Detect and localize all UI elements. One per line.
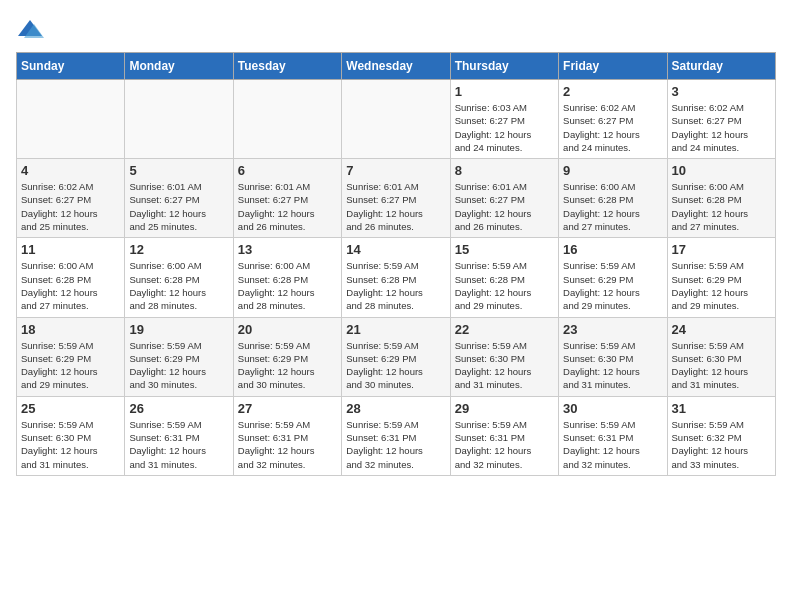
day-cell: 28Sunrise: 5:59 AM Sunset: 6:31 PM Dayli… — [342, 396, 450, 475]
day-info: Sunrise: 5:59 AM Sunset: 6:32 PM Dayligh… — [672, 418, 771, 471]
day-cell — [233, 80, 341, 159]
day-number: 10 — [672, 163, 771, 178]
day-cell — [125, 80, 233, 159]
day-cell: 26Sunrise: 5:59 AM Sunset: 6:31 PM Dayli… — [125, 396, 233, 475]
day-number: 31 — [672, 401, 771, 416]
day-info: Sunrise: 5:59 AM Sunset: 6:31 PM Dayligh… — [455, 418, 554, 471]
day-number: 18 — [21, 322, 120, 337]
day-info: Sunrise: 5:59 AM Sunset: 6:30 PM Dayligh… — [563, 339, 662, 392]
day-cell: 29Sunrise: 5:59 AM Sunset: 6:31 PM Dayli… — [450, 396, 558, 475]
week-row-5: 25Sunrise: 5:59 AM Sunset: 6:30 PM Dayli… — [17, 396, 776, 475]
day-number: 22 — [455, 322, 554, 337]
logo-icon — [16, 16, 44, 44]
day-cell: 1Sunrise: 6:03 AM Sunset: 6:27 PM Daylig… — [450, 80, 558, 159]
day-info: Sunrise: 6:00 AM Sunset: 6:28 PM Dayligh… — [238, 259, 337, 312]
day-info: Sunrise: 6:03 AM Sunset: 6:27 PM Dayligh… — [455, 101, 554, 154]
day-info: Sunrise: 5:59 AM Sunset: 6:29 PM Dayligh… — [129, 339, 228, 392]
day-info: Sunrise: 6:02 AM Sunset: 6:27 PM Dayligh… — [563, 101, 662, 154]
day-cell: 4Sunrise: 6:02 AM Sunset: 6:27 PM Daylig… — [17, 159, 125, 238]
day-cell: 20Sunrise: 5:59 AM Sunset: 6:29 PM Dayli… — [233, 317, 341, 396]
day-number: 27 — [238, 401, 337, 416]
day-number: 19 — [129, 322, 228, 337]
day-number: 12 — [129, 242, 228, 257]
day-cell: 3Sunrise: 6:02 AM Sunset: 6:27 PM Daylig… — [667, 80, 775, 159]
day-cell: 16Sunrise: 5:59 AM Sunset: 6:29 PM Dayli… — [559, 238, 667, 317]
day-number: 3 — [672, 84, 771, 99]
day-cell: 24Sunrise: 5:59 AM Sunset: 6:30 PM Dayli… — [667, 317, 775, 396]
day-info: Sunrise: 6:02 AM Sunset: 6:27 PM Dayligh… — [21, 180, 120, 233]
day-info: Sunrise: 5:59 AM Sunset: 6:29 PM Dayligh… — [21, 339, 120, 392]
week-row-2: 4Sunrise: 6:02 AM Sunset: 6:27 PM Daylig… — [17, 159, 776, 238]
day-number: 25 — [21, 401, 120, 416]
day-number: 26 — [129, 401, 228, 416]
day-cell: 23Sunrise: 5:59 AM Sunset: 6:30 PM Dayli… — [559, 317, 667, 396]
day-info: Sunrise: 6:00 AM Sunset: 6:28 PM Dayligh… — [563, 180, 662, 233]
day-number: 9 — [563, 163, 662, 178]
day-cell — [342, 80, 450, 159]
day-cell: 12Sunrise: 6:00 AM Sunset: 6:28 PM Dayli… — [125, 238, 233, 317]
day-number: 28 — [346, 401, 445, 416]
logo — [16, 16, 48, 44]
day-header-wednesday: Wednesday — [342, 53, 450, 80]
day-info: Sunrise: 6:00 AM Sunset: 6:28 PM Dayligh… — [129, 259, 228, 312]
day-number: 17 — [672, 242, 771, 257]
day-cell: 10Sunrise: 6:00 AM Sunset: 6:28 PM Dayli… — [667, 159, 775, 238]
day-cell: 31Sunrise: 5:59 AM Sunset: 6:32 PM Dayli… — [667, 396, 775, 475]
day-number: 20 — [238, 322, 337, 337]
day-info: Sunrise: 6:00 AM Sunset: 6:28 PM Dayligh… — [21, 259, 120, 312]
day-header-friday: Friday — [559, 53, 667, 80]
day-cell: 19Sunrise: 5:59 AM Sunset: 6:29 PM Dayli… — [125, 317, 233, 396]
day-number: 2 — [563, 84, 662, 99]
day-header-saturday: Saturday — [667, 53, 775, 80]
day-cell: 7Sunrise: 6:01 AM Sunset: 6:27 PM Daylig… — [342, 159, 450, 238]
day-info: Sunrise: 5:59 AM Sunset: 6:29 PM Dayligh… — [346, 339, 445, 392]
day-info: Sunrise: 5:59 AM Sunset: 6:28 PM Dayligh… — [455, 259, 554, 312]
day-info: Sunrise: 5:59 AM Sunset: 6:29 PM Dayligh… — [238, 339, 337, 392]
day-number: 23 — [563, 322, 662, 337]
day-cell: 30Sunrise: 5:59 AM Sunset: 6:31 PM Dayli… — [559, 396, 667, 475]
day-info: Sunrise: 5:59 AM Sunset: 6:28 PM Dayligh… — [346, 259, 445, 312]
day-info: Sunrise: 5:59 AM Sunset: 6:30 PM Dayligh… — [672, 339, 771, 392]
day-info: Sunrise: 6:01 AM Sunset: 6:27 PM Dayligh… — [129, 180, 228, 233]
week-row-1: 1Sunrise: 6:03 AM Sunset: 6:27 PM Daylig… — [17, 80, 776, 159]
day-header-sunday: Sunday — [17, 53, 125, 80]
day-info: Sunrise: 5:59 AM Sunset: 6:31 PM Dayligh… — [238, 418, 337, 471]
day-info: Sunrise: 5:59 AM Sunset: 6:31 PM Dayligh… — [346, 418, 445, 471]
day-number: 13 — [238, 242, 337, 257]
day-cell: 11Sunrise: 6:00 AM Sunset: 6:28 PM Dayli… — [17, 238, 125, 317]
day-number: 21 — [346, 322, 445, 337]
day-info: Sunrise: 6:02 AM Sunset: 6:27 PM Dayligh… — [672, 101, 771, 154]
day-cell: 5Sunrise: 6:01 AM Sunset: 6:27 PM Daylig… — [125, 159, 233, 238]
week-row-3: 11Sunrise: 6:00 AM Sunset: 6:28 PM Dayli… — [17, 238, 776, 317]
day-number: 6 — [238, 163, 337, 178]
day-cell: 9Sunrise: 6:00 AM Sunset: 6:28 PM Daylig… — [559, 159, 667, 238]
day-number: 11 — [21, 242, 120, 257]
day-number: 15 — [455, 242, 554, 257]
day-info: Sunrise: 5:59 AM Sunset: 6:31 PM Dayligh… — [129, 418, 228, 471]
day-cell: 14Sunrise: 5:59 AM Sunset: 6:28 PM Dayli… — [342, 238, 450, 317]
day-info: Sunrise: 6:01 AM Sunset: 6:27 PM Dayligh… — [455, 180, 554, 233]
day-info: Sunrise: 5:59 AM Sunset: 6:29 PM Dayligh… — [672, 259, 771, 312]
day-number: 4 — [21, 163, 120, 178]
day-header-thursday: Thursday — [450, 53, 558, 80]
day-info: Sunrise: 5:59 AM Sunset: 6:30 PM Dayligh… — [21, 418, 120, 471]
day-number: 8 — [455, 163, 554, 178]
day-cell: 15Sunrise: 5:59 AM Sunset: 6:28 PM Dayli… — [450, 238, 558, 317]
days-header-row: SundayMondayTuesdayWednesdayThursdayFrid… — [17, 53, 776, 80]
day-number: 1 — [455, 84, 554, 99]
day-cell: 2Sunrise: 6:02 AM Sunset: 6:27 PM Daylig… — [559, 80, 667, 159]
day-number: 14 — [346, 242, 445, 257]
day-cell: 21Sunrise: 5:59 AM Sunset: 6:29 PM Dayli… — [342, 317, 450, 396]
day-header-tuesday: Tuesday — [233, 53, 341, 80]
week-row-4: 18Sunrise: 5:59 AM Sunset: 6:29 PM Dayli… — [17, 317, 776, 396]
calendar-table: SundayMondayTuesdayWednesdayThursdayFrid… — [16, 52, 776, 476]
day-cell: 18Sunrise: 5:59 AM Sunset: 6:29 PM Dayli… — [17, 317, 125, 396]
day-cell: 22Sunrise: 5:59 AM Sunset: 6:30 PM Dayli… — [450, 317, 558, 396]
day-number: 7 — [346, 163, 445, 178]
day-info: Sunrise: 6:01 AM Sunset: 6:27 PM Dayligh… — [238, 180, 337, 233]
day-number: 16 — [563, 242, 662, 257]
day-info: Sunrise: 5:59 AM Sunset: 6:31 PM Dayligh… — [563, 418, 662, 471]
day-cell: 6Sunrise: 6:01 AM Sunset: 6:27 PM Daylig… — [233, 159, 341, 238]
day-cell: 25Sunrise: 5:59 AM Sunset: 6:30 PM Dayli… — [17, 396, 125, 475]
day-cell — [17, 80, 125, 159]
